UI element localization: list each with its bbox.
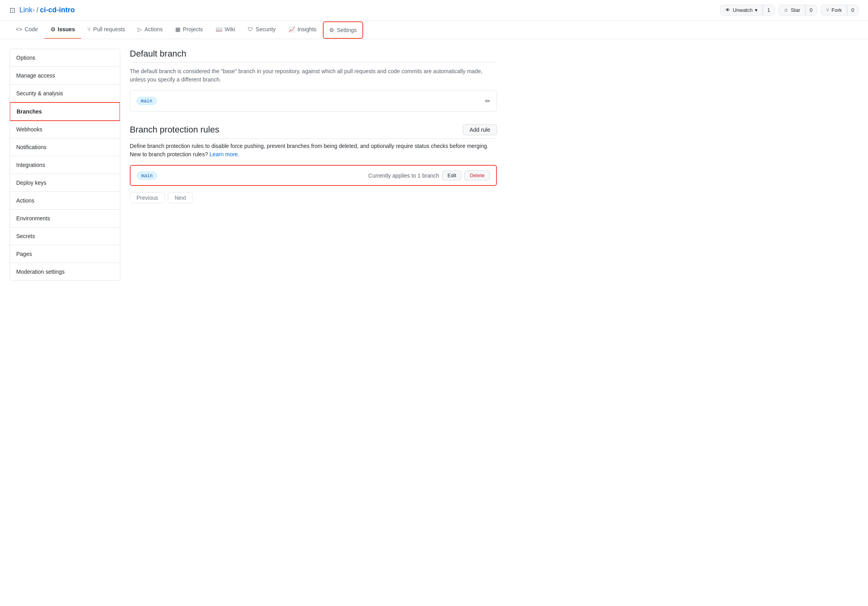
sidebar-item-branches-label: Branches	[17, 108, 42, 115]
code-icon: <>	[16, 26, 22, 32]
wiki-icon: 📖	[216, 26, 222, 32]
unwatch-count: 1	[763, 5, 774, 15]
repo-link[interactable]: ci-cd-intro	[40, 6, 75, 14]
sidebar-item-moderation-settings-label: Moderation settings	[16, 269, 64, 275]
actions-icon: ▷	[138, 26, 142, 32]
tab-wiki-label: Wiki	[225, 26, 235, 32]
sidebar-item-security-analysis[interactable]: Security & analysis	[10, 85, 120, 102]
rule-edit-button[interactable]: Edit	[442, 170, 461, 180]
tab-security-label: Security	[256, 26, 276, 32]
sidebar-item-integrations[interactable]: Integrations	[10, 156, 120, 174]
sidebar-item-manage-access[interactable]: Manage access	[10, 67, 120, 85]
separator: /	[36, 6, 38, 14]
sidebar-item-moderation-settings[interactable]: Moderation settings	[10, 263, 120, 280]
projects-icon: ▦	[175, 26, 180, 32]
sidebar-item-actions[interactable]: Actions	[10, 192, 120, 210]
sidebar-item-notifications[interactable]: Notifications	[10, 138, 120, 156]
tab-settings-label: Settings	[337, 27, 357, 33]
branch-protection-desc-text: Define branch protection rules to disabl…	[130, 143, 489, 157]
branch-protection-header: Branch protection rules Add rule	[130, 124, 497, 139]
sidebar-item-pages-label: Pages	[16, 251, 32, 257]
rule-branch-name: main	[137, 172, 157, 180]
tab-insights[interactable]: 📈 Insights	[282, 21, 323, 39]
edit-default-branch-button[interactable]: ✏	[485, 97, 490, 105]
star-count: 0	[805, 5, 817, 15]
star-label: Star	[791, 7, 800, 13]
default-branch-name: main	[136, 97, 157, 105]
eye-icon: 👁	[725, 7, 730, 13]
sidebar-item-actions-label: Actions	[16, 197, 34, 204]
sidebar-item-secrets-label: Secrets	[16, 233, 35, 239]
repo-icon: ⊡	[9, 6, 15, 15]
insights-icon: 📈	[288, 26, 295, 32]
unwatch-label: Unwatch	[733, 7, 753, 13]
tab-insights-label: Insights	[298, 26, 316, 32]
branch-protection-section: Branch protection rules Add rule Define …	[130, 124, 497, 203]
fork-button[interactable]: ⑂ Fork	[821, 5, 847, 15]
tab-code-label: Code	[25, 26, 38, 32]
dropdown-icon: ▾	[755, 7, 758, 13]
tab-projects[interactable]: ▦ Projects	[169, 21, 209, 39]
star-group: ☆ Star 0	[779, 5, 817, 15]
sidebar-item-options-label: Options	[16, 55, 35, 61]
rule-actions: Currently applies to 1 branch Edit Delet…	[368, 170, 490, 180]
repo-actions: 👁 Unwatch ▾ 1 ☆ Star 0 ⑂ Fork 0	[720, 5, 859, 15]
sidebar-item-options[interactable]: Options	[10, 49, 120, 67]
unwatch-group: 👁 Unwatch ▾ 1	[720, 5, 775, 15]
tab-pull-requests-label: Pull requests	[93, 26, 125, 32]
tab-settings[interactable]: ⚙ Settings	[323, 21, 363, 39]
branch-protection-description: Define branch protection rules to disabl…	[130, 142, 497, 159]
tab-actions[interactable]: ▷ Actions	[131, 21, 169, 39]
pencil-icon: ✏	[485, 98, 490, 104]
star-button[interactable]: ☆ Star	[779, 5, 805, 15]
main-layout: Options Manage access Security & analysi…	[0, 39, 506, 290]
security-icon: 🛡	[248, 26, 253, 32]
top-bar: ⊡ Link- / ci-cd-intro 👁 Unwatch ▾ 1 ☆ St…	[0, 0, 868, 21]
org-link[interactable]: Link-	[19, 6, 35, 14]
sidebar-item-environments[interactable]: Environments	[10, 210, 120, 227]
tab-actions-label: Actions	[144, 26, 163, 32]
sidebar-item-integrations-label: Integrations	[16, 162, 45, 168]
tab-issues-label: Issues	[58, 26, 75, 32]
sidebar-item-webhooks-label: Webhooks	[16, 126, 42, 133]
sidebar-item-webhooks[interactable]: Webhooks	[10, 121, 120, 138]
nav-tabs: <> Code ⊙ Issues ⑂ Pull requests ▷ Actio…	[0, 21, 868, 39]
sidebar-item-environments-label: Environments	[16, 215, 50, 222]
default-branch-section: Default branch The default branch is con…	[130, 49, 497, 112]
sidebar-item-manage-access-label: Manage access	[16, 72, 55, 79]
sidebar-item-branches[interactable]: Branches	[9, 102, 120, 121]
star-icon: ☆	[784, 7, 788, 13]
learn-more-link[interactable]: Learn more.	[210, 151, 239, 157]
unwatch-button[interactable]: 👁 Unwatch ▾	[720, 5, 763, 15]
sidebar-item-pages[interactable]: Pages	[10, 245, 120, 263]
issues-icon: ⊙	[51, 26, 55, 32]
sidebar-item-secrets[interactable]: Secrets	[10, 227, 120, 245]
branch-protection-title: Branch protection rules	[130, 125, 219, 135]
pagination: Previous Next	[130, 192, 497, 203]
rule-delete-button[interactable]: Delete	[464, 170, 490, 180]
repo-title: ⊡ Link- / ci-cd-intro	[9, 6, 75, 15]
settings-icon: ⚙	[329, 27, 334, 33]
sidebar-item-security-analysis-label: Security & analysis	[16, 90, 63, 97]
fork-count: 0	[847, 5, 858, 15]
sidebar-item-deploy-keys[interactable]: Deploy keys	[10, 174, 120, 192]
branch-rule-row: main Currently applies to 1 branch Edit …	[130, 165, 497, 186]
tab-pull-requests[interactable]: ⑂ Pull requests	[81, 21, 131, 39]
next-button[interactable]: Next	[168, 192, 193, 203]
tab-security[interactable]: 🛡 Security	[241, 21, 282, 39]
fork-label: Fork	[832, 7, 842, 13]
fork-icon: ⑂	[826, 7, 829, 13]
default-branch-title: Default branch	[130, 49, 497, 62]
tab-wiki[interactable]: 📖 Wiki	[209, 21, 241, 39]
sidebar-item-deploy-keys-label: Deploy keys	[16, 180, 46, 186]
default-branch-description: The default branch is considered the "ba…	[130, 67, 497, 84]
settings-content: Default branch The default branch is con…	[130, 49, 497, 281]
rule-applies-text: Currently applies to 1 branch	[368, 172, 439, 179]
default-branch-box: main ✏	[130, 90, 497, 112]
tab-code[interactable]: <> Code	[9, 21, 44, 39]
tab-issues[interactable]: ⊙ Issues	[44, 21, 81, 39]
previous-button[interactable]: Previous	[130, 192, 165, 203]
pull-requests-icon: ⑂	[87, 26, 91, 32]
add-rule-button[interactable]: Add rule	[463, 124, 497, 135]
sidebar-item-notifications-label: Notifications	[16, 144, 46, 150]
